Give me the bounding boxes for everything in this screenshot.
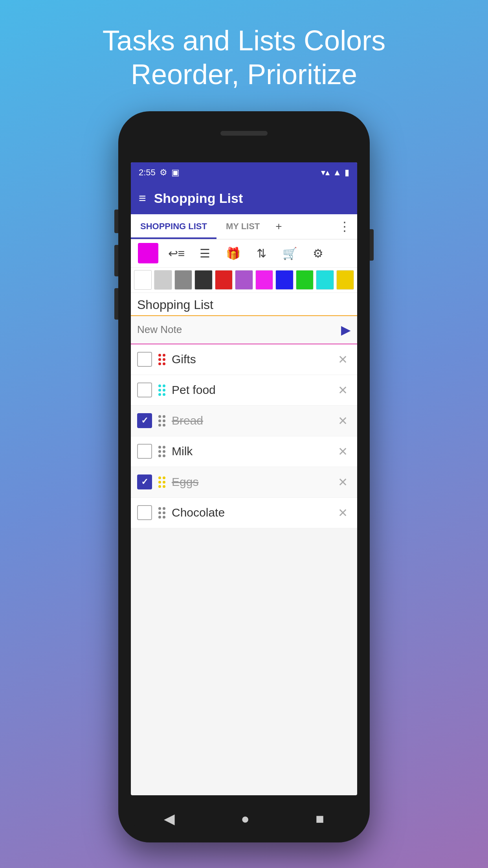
- settings-status-icon: ⚙: [160, 167, 167, 178]
- wifi-icon: ▾▴: [321, 167, 330, 178]
- list-icon: ☰: [200, 246, 210, 260]
- color-swatch-cyan[interactable]: [316, 270, 334, 290]
- drag-handle-bread[interactable]: [157, 414, 167, 428]
- status-time: 2:55: [139, 167, 156, 178]
- volume-silent-button: [114, 210, 118, 233]
- app-bar-title: Shopping List: [154, 191, 243, 206]
- shopping-list: Gifts✕Pet food✕Bread✕Milk✕Eggs✕Chocolate…: [131, 344, 357, 528]
- item-label-pet-food: Pet food: [172, 383, 330, 397]
- phone-speaker: [220, 131, 268, 136]
- list-item: Bread✕: [131, 406, 357, 436]
- drag-handle-chocolate[interactable]: [157, 506, 167, 520]
- item-label-chocolate: Chocolate: [172, 506, 330, 519]
- gift-icon: 🎁: [226, 246, 240, 260]
- back-button[interactable]: ◀: [164, 811, 175, 827]
- new-note-input[interactable]: [137, 324, 341, 336]
- settings-button[interactable]: ⚙: [304, 239, 332, 267]
- color-swatch-red[interactable]: [215, 270, 233, 290]
- phone-screen: 2:55 ⚙ ▣ ▾▴ ▲ ▮ ≡ Shopping List SHOPPING…: [131, 162, 357, 795]
- tab-more-button[interactable]: ⋮: [332, 219, 357, 234]
- checkbox-milk[interactable]: [137, 444, 152, 459]
- tabs-bar: SHOPPING LIST MY LIST + ⋮: [131, 214, 357, 239]
- color-swatch-magenta[interactable]: [255, 270, 273, 290]
- drag-handle-eggs[interactable]: [157, 475, 167, 489]
- delete-button-milk[interactable]: ✕: [335, 441, 351, 462]
- power-button: [370, 229, 374, 261]
- color-swatch-white[interactable]: [134, 270, 152, 290]
- checkbox-gifts[interactable]: [137, 352, 152, 367]
- sort-icon: ⇅: [257, 246, 266, 260]
- color-swatch-yellow[interactable]: [336, 270, 354, 290]
- new-note-row: ▶: [131, 316, 357, 344]
- delete-button-bread[interactable]: ✕: [335, 411, 351, 431]
- cart-icon: 🛒: [283, 246, 297, 260]
- delete-button-eggs[interactable]: ✕: [335, 472, 351, 492]
- delete-button-chocolate[interactable]: ✕: [335, 503, 351, 523]
- item-label-bread: Bread: [172, 414, 330, 427]
- status-bar: 2:55 ⚙ ▣ ▾▴ ▲ ▮: [131, 162, 357, 183]
- header-section: Tasks and Lists Colors Reorder, Prioriti…: [103, 24, 385, 92]
- color-swatch-purple[interactable]: [235, 270, 253, 290]
- checkbox-chocolate[interactable]: [137, 505, 152, 520]
- tab-add-button[interactable]: +: [269, 220, 288, 233]
- hamburger-menu-icon[interactable]: ≡: [139, 191, 146, 206]
- checkbox-eggs[interactable]: [137, 474, 152, 489]
- list-item: Chocolate✕: [131, 498, 357, 528]
- list-view-button[interactable]: ☰: [191, 239, 219, 267]
- item-label-eggs: Eggs: [172, 475, 330, 489]
- signal-icon: ▲: [333, 167, 341, 178]
- volume-down-button: [114, 288, 118, 320]
- delete-button-pet-food[interactable]: ✕: [335, 380, 351, 400]
- home-button[interactable]: ●: [241, 811, 250, 827]
- battery-icon: ▮: [345, 167, 349, 178]
- color-swatch-gray[interactable]: [174, 270, 192, 290]
- gear-icon: ⚙: [313, 246, 323, 260]
- list-item: Eggs✕: [131, 467, 357, 498]
- drag-handle-gifts[interactable]: [157, 352, 167, 367]
- color-swatch-light-gray[interactable]: [154, 270, 172, 290]
- tab-shopping-list[interactable]: SHOPPING LIST: [131, 214, 216, 239]
- list-item: Milk✕: [131, 436, 357, 467]
- list-name-row: [131, 293, 357, 316]
- tab-my-list[interactable]: MY LIST: [216, 214, 269, 239]
- cart-button[interactable]: 🛒: [275, 239, 304, 267]
- checkbox-pet-food[interactable]: [137, 383, 152, 397]
- gift-button[interactable]: 🎁: [219, 239, 247, 267]
- list-item: Pet food✕: [131, 375, 357, 406]
- checkbox-bread[interactable]: [137, 413, 152, 428]
- header-line2: Reorder, Prioritize: [131, 59, 357, 90]
- delete-button-gifts[interactable]: ✕: [335, 349, 351, 370]
- recent-apps-button[interactable]: ■: [316, 811, 324, 827]
- item-label-gifts: Gifts: [172, 353, 330, 366]
- toolbar: ↩≡ ☰ 🎁 ⇅ 🛒 ⚙: [131, 239, 357, 268]
- send-button[interactable]: ▶: [341, 322, 351, 337]
- volume-up-button: [114, 245, 118, 276]
- list-name-input[interactable]: [137, 298, 351, 315]
- bottom-navigation: ◀ ● ■: [131, 795, 357, 842]
- drag-handle-pet-food[interactable]: [157, 383, 167, 397]
- header-line1: Tasks and Lists Colors: [103, 25, 385, 56]
- app-bar: ≡ Shopping List: [131, 183, 357, 214]
- phone-frame: 2:55 ⚙ ▣ ▾▴ ▲ ▮ ≡ Shopping List SHOPPING…: [118, 111, 370, 842]
- color-picker-swatch[interactable]: [138, 243, 158, 263]
- undo-button[interactable]: ↩≡: [162, 239, 191, 267]
- color-swatch-blue[interactable]: [275, 270, 293, 290]
- color-swatch-dark-gray[interactable]: [194, 270, 212, 290]
- sim-status-icon: ▣: [171, 167, 180, 178]
- color-swatch-green[interactable]: [296, 270, 314, 290]
- undo-icon: ↩≡: [168, 246, 185, 260]
- sort-button[interactable]: ⇅: [247, 239, 275, 267]
- list-item: Gifts✕: [131, 344, 357, 375]
- color-palette: [131, 268, 357, 293]
- drag-handle-milk[interactable]: [157, 444, 167, 459]
- item-label-milk: Milk: [172, 445, 330, 458]
